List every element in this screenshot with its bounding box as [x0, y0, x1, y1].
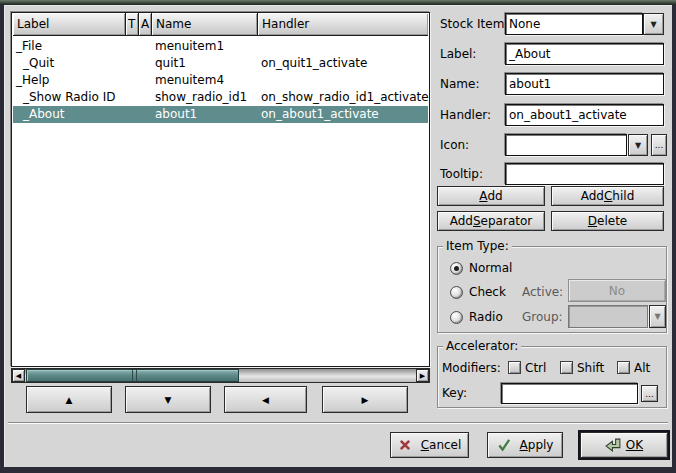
row-label: _Show Radio ID	[23, 90, 116, 104]
ctrl-checkbox-label: Ctrl	[525, 361, 546, 375]
row-name: quit1	[155, 56, 186, 70]
tooltip-label: Tooltip:	[440, 163, 483, 185]
ctrl-checkbox[interactable]	[508, 361, 521, 374]
tooltip-input[interactable]	[505, 163, 664, 185]
accelerator-title: Accelerator:	[443, 339, 521, 353]
handler-input[interactable]	[505, 104, 664, 126]
column-header-accel[interactable]: A	[139, 13, 152, 36]
apply-button[interactable]: Apply	[487, 432, 563, 458]
row-name: about1	[155, 107, 197, 121]
move-right-button[interactable]: ▶	[322, 386, 408, 413]
key-input[interactable]	[501, 383, 638, 404]
list-header-row: Label T A Name Handler	[13, 13, 428, 36]
add-separator-button[interactable]: Add Separator	[437, 211, 545, 231]
ok-enter-arrow-icon	[605, 438, 622, 453]
delete-button[interactable]: Delete	[551, 211, 664, 231]
active-toggle-button[interactable]: No	[568, 279, 666, 302]
scroll-right-icon: ▶	[420, 372, 425, 380]
row-label: _Help	[16, 73, 49, 87]
item-type-frame: Item Type: Normal Check Radio Active: No…	[437, 246, 667, 333]
icon-browse-button[interactable]: ...	[651, 134, 667, 156]
label-input[interactable]	[505, 43, 664, 65]
radio-check[interactable]	[450, 286, 463, 299]
row-label: _About	[23, 107, 64, 121]
row-label: _File	[16, 39, 42, 53]
row-name: show_radio_id1	[155, 90, 247, 104]
key-label: Key:	[442, 386, 467, 400]
alt-checkbox-label: Alt	[634, 361, 650, 375]
ok-button-default-border: OK	[578, 430, 670, 460]
arrow-left-icon: ◀	[262, 395, 269, 405]
add-child-button[interactable]: Add Child	[551, 186, 664, 206]
radio-check-label: Check	[469, 285, 506, 299]
row-name: menuitem1	[155, 39, 224, 53]
stock-item-dropdown-button[interactable]: ▼	[643, 13, 664, 35]
chevron-down-icon: ▼	[650, 20, 656, 29]
table-row[interactable]: _File menuitem1	[13, 38, 428, 55]
cancel-x-icon	[398, 438, 412, 452]
scrollbar-thumb[interactable]	[26, 369, 239, 382]
move-left-button[interactable]: ◀	[224, 386, 307, 413]
item-type-title: Item Type:	[443, 239, 512, 253]
ok-button[interactable]: OK	[580, 432, 668, 458]
stock-item-label: Stock Item:	[440, 13, 508, 35]
shift-checkbox[interactable]	[560, 361, 573, 374]
arrow-down-icon: ▼	[165, 395, 172, 405]
accelerator-frame: Accelerator: Modifiers: Ctrl Shift Alt K…	[437, 346, 667, 408]
radio-radio-label: Radio	[469, 310, 503, 324]
chevron-down-icon: ▼	[635, 141, 641, 150]
divider	[8, 422, 668, 424]
column-header-label[interactable]: Label	[13, 13, 126, 36]
chevron-down-icon: ▼	[654, 312, 660, 321]
modifiers-label: Modifiers:	[442, 361, 501, 375]
row-handler: on_quit1_activate	[261, 56, 367, 70]
icon-label: Icon:	[440, 134, 469, 156]
row-name: menuitem4	[155, 73, 224, 87]
apply-check-icon	[497, 438, 511, 452]
ellipsis-icon: ...	[655, 140, 664, 150]
stock-item-input[interactable]	[505, 13, 643, 35]
shift-checkbox-label: Shift	[577, 361, 604, 375]
row-handler: on_show_radio_id1_activate	[261, 90, 429, 104]
radio-radio[interactable]	[450, 311, 463, 324]
icon-input[interactable]	[505, 134, 627, 156]
scroll-right-button[interactable]: ▶	[416, 369, 429, 382]
column-header-handler[interactable]: Handler	[258, 13, 428, 36]
radio-normal[interactable]	[450, 262, 463, 275]
group-dropdown-button[interactable]: ▼	[649, 305, 666, 328]
cancel-button[interactable]: Cancel	[390, 432, 469, 458]
name-label: Name:	[440, 73, 479, 95]
label-label: Label:	[440, 43, 476, 65]
group-input[interactable]	[568, 305, 648, 328]
ellipsis-icon: ...	[645, 389, 654, 399]
row-handler: on_about1_activate	[261, 107, 379, 121]
arrow-up-icon: ▲	[66, 395, 73, 405]
move-down-button[interactable]: ▼	[125, 386, 211, 413]
table-row[interactable]: _Show Radio ID show_radio_id1 on_show_ra…	[13, 89, 428, 106]
active-label: Active:	[522, 285, 563, 299]
scrollbar-grip	[132, 370, 137, 381]
table-row-selected[interactable]: _About about1 on_about1_activate	[13, 106, 428, 123]
add-button[interactable]: Add	[437, 186, 545, 206]
icon-dropdown-button[interactable]: ▼	[628, 134, 648, 156]
group-label: Group:	[522, 310, 563, 324]
table-row[interactable]: _Help menuitem4	[13, 72, 428, 89]
table-row[interactable]: _Quit quit1 on_quit1_activate	[13, 55, 428, 72]
name-input[interactable]	[505, 73, 664, 95]
row-label: _Quit	[23, 56, 54, 70]
handler-label: Handler:	[440, 104, 491, 126]
arrow-right-icon: ▶	[362, 395, 369, 405]
horizontal-scrollbar[interactable]: ◀ ▶	[11, 368, 430, 383]
move-up-button[interactable]: ▲	[26, 386, 112, 413]
alt-checkbox[interactable]	[617, 361, 630, 374]
scroll-left-icon: ◀	[16, 372, 21, 380]
scroll-left-button[interactable]: ◀	[12, 369, 25, 382]
radio-normal-label: Normal	[469, 261, 512, 275]
key-browse-button[interactable]: ...	[641, 385, 658, 402]
column-header-name[interactable]: Name	[152, 13, 258, 36]
column-header-type[interactable]: T	[126, 13, 139, 36]
